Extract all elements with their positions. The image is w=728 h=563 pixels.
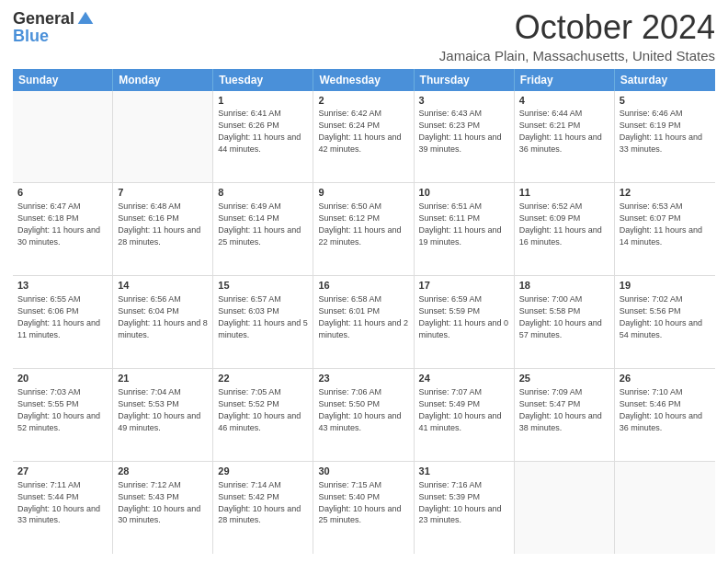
- cell-content: Sunrise: 6:59 AM Sunset: 5:59 PM Dayligh…: [419, 294, 509, 339]
- table-row: 30Sunrise: 7:15 AM Sunset: 5:40 PM Dayli…: [313, 462, 414, 554]
- table-row: 9Sunrise: 6:50 AM Sunset: 6:12 PM Daylig…: [313, 183, 414, 275]
- day-number: 8: [218, 186, 308, 200]
- cell-content: Sunrise: 7:06 AM Sunset: 5:50 PM Dayligh…: [318, 387, 401, 431]
- cell-content: Sunrise: 7:14 AM Sunset: 5:42 PM Dayligh…: [218, 480, 301, 524]
- cal-header-wednesday: Wednesday: [313, 69, 414, 91]
- table-row: 3Sunrise: 6:43 AM Sunset: 6:23 PM Daylig…: [415, 91, 515, 183]
- cell-content: Sunrise: 6:51 AM Sunset: 6:11 PM Dayligh…: [419, 201, 502, 246]
- day-number: 18: [519, 279, 609, 293]
- table-row: 24Sunrise: 7:07 AM Sunset: 5:49 PM Dayli…: [415, 369, 515, 461]
- day-number: 4: [519, 94, 609, 108]
- month-title: October 2024: [439, 9, 715, 46]
- day-number: 6: [17, 186, 108, 200]
- table-row: 31Sunrise: 7:16 AM Sunset: 5:39 PM Dayli…: [415, 462, 515, 554]
- cell-content: Sunrise: 6:43 AM Sunset: 6:23 PM Dayligh…: [419, 109, 502, 153]
- day-number: 26: [620, 372, 711, 385]
- cell-content: Sunrise: 7:10 AM Sunset: 5:46 PM Dayligh…: [620, 387, 702, 431]
- calendar-row-0: 1Sunrise: 6:41 AM Sunset: 6:26 PM Daylig…: [13, 91, 715, 184]
- table-row: 17Sunrise: 6:59 AM Sunset: 5:59 PM Dayli…: [415, 276, 515, 368]
- table-row: [113, 91, 213, 183]
- day-number: 7: [118, 186, 208, 200]
- table-row: 25Sunrise: 7:09 AM Sunset: 5:47 PM Dayli…: [515, 369, 615, 461]
- table-row: 16Sunrise: 6:58 AM Sunset: 6:01 PM Dayli…: [313, 276, 414, 368]
- calendar: SundayMondayTuesdayWednesdayThursdayFrid…: [13, 69, 715, 554]
- cell-content: Sunrise: 7:02 AM Sunset: 5:56 PM Dayligh…: [620, 294, 702, 339]
- cell-content: Sunrise: 7:16 AM Sunset: 5:39 PM Dayligh…: [419, 480, 502, 524]
- table-row: 26Sunrise: 7:10 AM Sunset: 5:46 PM Dayli…: [615, 369, 715, 461]
- cell-content: Sunrise: 7:11 AM Sunset: 5:44 PM Dayligh…: [17, 480, 100, 524]
- table-row: 27Sunrise: 7:11 AM Sunset: 5:44 PM Dayli…: [13, 462, 113, 554]
- day-number: 5: [620, 94, 711, 108]
- calendar-row-3: 20Sunrise: 7:03 AM Sunset: 5:55 PM Dayli…: [13, 369, 715, 462]
- logo-general: General: [13, 9, 74, 29]
- cell-content: Sunrise: 7:04 AM Sunset: 5:53 PM Dayligh…: [118, 387, 200, 431]
- cell-content: Sunrise: 6:53 AM Sunset: 6:07 PM Dayligh…: [620, 201, 702, 246]
- cell-content: Sunrise: 7:09 AM Sunset: 5:47 PM Dayligh…: [519, 387, 602, 431]
- title-section: October 2024 Jamaica Plain, Massachusett…: [439, 9, 715, 63]
- cal-header-tuesday: Tuesday: [213, 69, 313, 91]
- table-row: 28Sunrise: 7:12 AM Sunset: 5:43 PM Dayli…: [113, 462, 213, 554]
- table-row: [13, 91, 113, 183]
- table-row: 29Sunrise: 7:14 AM Sunset: 5:42 PM Dayli…: [213, 462, 313, 554]
- cell-content: Sunrise: 6:55 AM Sunset: 6:06 PM Dayligh…: [17, 294, 100, 339]
- table-row: [515, 462, 615, 554]
- page: General Blue October 2024 Jamaica Plain,…: [0, 0, 728, 563]
- cal-header-sunday: Sunday: [13, 69, 113, 91]
- table-row: 10Sunrise: 6:51 AM Sunset: 6:11 PM Dayli…: [415, 183, 515, 275]
- table-row: 13Sunrise: 6:55 AM Sunset: 6:06 PM Dayli…: [13, 276, 113, 368]
- calendar-row-2: 13Sunrise: 6:55 AM Sunset: 6:06 PM Dayli…: [13, 276, 715, 369]
- cell-content: Sunrise: 6:50 AM Sunset: 6:12 PM Dayligh…: [318, 201, 401, 246]
- logo-blue: Blue: [13, 27, 49, 45]
- cell-content: Sunrise: 7:00 AM Sunset: 5:58 PM Dayligh…: [519, 294, 602, 339]
- day-number: 31: [419, 465, 509, 478]
- day-number: 12: [620, 186, 711, 200]
- table-row: 6Sunrise: 6:47 AM Sunset: 6:18 PM Daylig…: [13, 183, 113, 275]
- table-row: 2Sunrise: 6:42 AM Sunset: 6:24 PM Daylig…: [313, 91, 414, 183]
- cell-content: Sunrise: 7:15 AM Sunset: 5:40 PM Dayligh…: [318, 480, 401, 524]
- day-number: 19: [620, 279, 711, 293]
- day-number: 2: [318, 94, 408, 108]
- day-number: 16: [318, 279, 408, 293]
- logo: General Blue: [13, 9, 95, 46]
- calendar-body: 1Sunrise: 6:41 AM Sunset: 6:26 PM Daylig…: [13, 91, 715, 554]
- cal-header-thursday: Thursday: [415, 69, 515, 91]
- header: General Blue October 2024 Jamaica Plain,…: [13, 9, 715, 63]
- table-row: 1Sunrise: 6:41 AM Sunset: 6:26 PM Daylig…: [213, 91, 313, 183]
- day-number: 10: [419, 186, 509, 200]
- cell-content: Sunrise: 6:42 AM Sunset: 6:24 PM Dayligh…: [318, 109, 401, 153]
- table-row: 11Sunrise: 6:52 AM Sunset: 6:09 PM Dayli…: [515, 183, 615, 275]
- day-number: 22: [218, 372, 308, 385]
- calendar-row-4: 27Sunrise: 7:11 AM Sunset: 5:44 PM Dayli…: [13, 462, 715, 554]
- day-number: 1: [218, 94, 308, 108]
- table-row: 18Sunrise: 7:00 AM Sunset: 5:58 PM Dayli…: [515, 276, 615, 368]
- table-row: 7Sunrise: 6:48 AM Sunset: 6:16 PM Daylig…: [113, 183, 213, 275]
- day-number: 29: [218, 465, 308, 478]
- table-row: 12Sunrise: 6:53 AM Sunset: 6:07 PM Dayli…: [615, 183, 715, 275]
- day-number: 3: [419, 94, 509, 108]
- table-row: 23Sunrise: 7:06 AM Sunset: 5:50 PM Dayli…: [313, 369, 414, 461]
- cell-content: Sunrise: 6:44 AM Sunset: 6:21 PM Dayligh…: [519, 109, 602, 153]
- table-row: 5Sunrise: 6:46 AM Sunset: 6:19 PM Daylig…: [615, 91, 715, 183]
- logo-text: General: [13, 9, 95, 29]
- cell-content: Sunrise: 6:48 AM Sunset: 6:16 PM Dayligh…: [118, 201, 200, 246]
- cal-header-saturday: Saturday: [615, 69, 715, 91]
- table-row: 21Sunrise: 7:04 AM Sunset: 5:53 PM Dayli…: [113, 369, 213, 461]
- cell-content: Sunrise: 7:12 AM Sunset: 5:43 PM Dayligh…: [118, 480, 200, 524]
- cell-content: Sunrise: 7:03 AM Sunset: 5:55 PM Dayligh…: [17, 387, 100, 431]
- day-number: 25: [519, 372, 609, 385]
- day-number: 14: [118, 279, 208, 293]
- cell-content: Sunrise: 6:58 AM Sunset: 6:01 PM Dayligh…: [318, 294, 408, 339]
- cell-content: Sunrise: 6:41 AM Sunset: 6:26 PM Dayligh…: [218, 109, 301, 153]
- cell-content: Sunrise: 6:47 AM Sunset: 6:18 PM Dayligh…: [17, 201, 100, 246]
- table-row: 20Sunrise: 7:03 AM Sunset: 5:55 PM Dayli…: [13, 369, 113, 461]
- table-row: 22Sunrise: 7:05 AM Sunset: 5:52 PM Dayli…: [213, 369, 313, 461]
- day-number: 23: [318, 372, 408, 385]
- calendar-row-1: 6Sunrise: 6:47 AM Sunset: 6:18 PM Daylig…: [13, 183, 715, 276]
- cell-content: Sunrise: 6:57 AM Sunset: 6:03 PM Dayligh…: [218, 294, 308, 339]
- day-number: 28: [118, 465, 208, 478]
- cell-content: Sunrise: 7:05 AM Sunset: 5:52 PM Dayligh…: [218, 387, 301, 431]
- day-number: 17: [419, 279, 509, 293]
- day-number: 24: [419, 372, 509, 385]
- cell-content: Sunrise: 6:46 AM Sunset: 6:19 PM Dayligh…: [620, 109, 702, 153]
- logo-icon: [76, 10, 95, 29]
